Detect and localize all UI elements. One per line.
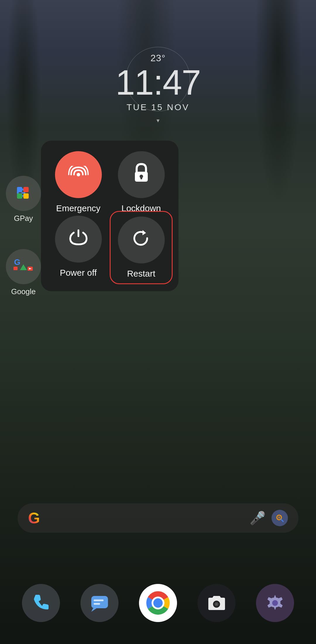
svg-rect-3 bbox=[17, 193, 22, 199]
restart-button[interactable]: Restart bbox=[110, 211, 173, 284]
power-menu-dialog: Emergency Lockdown Pow bbox=[41, 141, 178, 291]
svg-text:G: G bbox=[14, 258, 20, 267]
dock-messages-button[interactable] bbox=[80, 584, 118, 622]
lockdown-circle bbox=[118, 151, 165, 198]
svg-rect-1 bbox=[17, 187, 22, 192]
power-off-circle bbox=[55, 216, 102, 263]
svg-rect-4 bbox=[23, 193, 29, 199]
app-google-label: Google bbox=[11, 287, 36, 296]
search-icons: 🎤 bbox=[250, 510, 288, 526]
svg-point-10 bbox=[77, 173, 80, 176]
clock-circle bbox=[126, 47, 190, 111]
bottom-dock bbox=[12, 580, 304, 626]
svg-rect-21 bbox=[94, 603, 100, 605]
lock-icon bbox=[133, 163, 150, 186]
svg-marker-7 bbox=[20, 264, 27, 270]
power-off-label: Power off bbox=[60, 268, 97, 278]
dock-camera-button[interactable] bbox=[197, 584, 236, 622]
microphone-icon[interactable]: 🎤 bbox=[250, 510, 266, 526]
emergency-label: Emergency bbox=[56, 203, 101, 213]
restart-circle bbox=[118, 217, 165, 263]
emergency-sos-icon bbox=[68, 166, 89, 183]
power-off-icon bbox=[69, 228, 88, 250]
svg-line-16 bbox=[281, 519, 283, 522]
google-g-logo: G bbox=[28, 509, 40, 527]
chevron-down-icon: ▾ bbox=[116, 117, 200, 124]
power-off-button[interactable]: Power off bbox=[50, 216, 106, 280]
svg-point-23 bbox=[153, 598, 163, 608]
app-gpay-label: GPay bbox=[14, 214, 33, 223]
app-google[interactable]: G Google bbox=[6, 249, 41, 296]
dock-settings-button[interactable] bbox=[256, 584, 294, 622]
svg-rect-2 bbox=[23, 187, 29, 192]
svg-rect-6 bbox=[13, 267, 18, 270]
svg-rect-13 bbox=[140, 176, 142, 179]
clock-widget: 23° 11:47 TUE 15 NOV ▾ bbox=[116, 53, 200, 124]
gpay-icon: G bbox=[6, 176, 41, 211]
app-gpay[interactable]: G GPay bbox=[6, 176, 41, 223]
emergency-button[interactable]: Emergency bbox=[50, 151, 106, 213]
svg-marker-14 bbox=[142, 230, 146, 235]
restart-label: Restart bbox=[127, 269, 155, 279]
dock-chrome-button[interactable] bbox=[139, 584, 177, 622]
google-lens-icon[interactable] bbox=[272, 510, 288, 526]
svg-rect-20 bbox=[94, 599, 104, 601]
search-bar[interactable]: G 🎤 bbox=[18, 503, 298, 533]
svg-point-26 bbox=[215, 603, 218, 605]
svg-point-27 bbox=[272, 600, 278, 606]
dock-phone-button[interactable] bbox=[22, 584, 60, 622]
svg-marker-19 bbox=[91, 608, 97, 612]
google-apps-icon: G bbox=[6, 249, 41, 284]
svg-point-17 bbox=[278, 516, 280, 519]
emergency-circle bbox=[55, 151, 102, 198]
lockdown-button[interactable]: Lockdown bbox=[113, 151, 169, 213]
svg-rect-18 bbox=[91, 596, 108, 608]
restart-icon bbox=[132, 229, 151, 251]
